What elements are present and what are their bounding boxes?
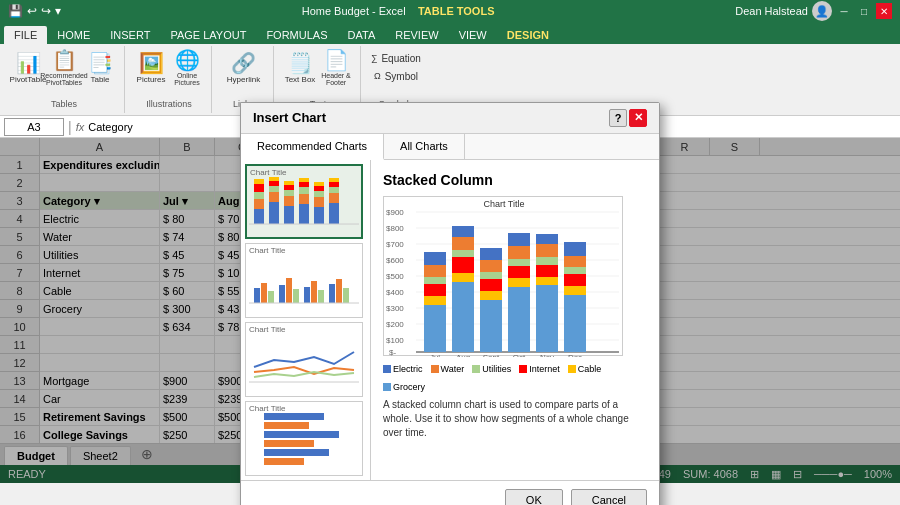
svg-rect-102 — [564, 295, 586, 352]
redo-icon[interactable]: ↪ — [41, 4, 51, 18]
tab-file[interactable]: FILE — [4, 26, 47, 44]
svg-rect-84 — [480, 300, 502, 352]
svg-rect-83 — [452, 226, 474, 237]
chart-preview: $900 $800 $700 $600 $500 $400 $300 $200 … — [383, 196, 623, 356]
header-footer-button[interactable]: 📄 Header & Footer — [320, 50, 352, 86]
svg-rect-37 — [304, 287, 310, 303]
chart-thumb-svg-3 — [249, 332, 359, 387]
tab-home[interactable]: HOME — [47, 26, 100, 44]
svg-rect-85 — [480, 291, 502, 300]
svg-rect-86 — [480, 279, 502, 291]
svg-rect-93 — [508, 259, 530, 266]
dialog-body: Chart Title — [241, 160, 659, 480]
window-close-button[interactable]: ✕ — [876, 3, 892, 19]
tab-design[interactable]: DESIGN — [497, 26, 559, 44]
chart-detail-panel: Stacked Column $900 $800 $700 $600 $500 … — [371, 160, 659, 480]
svg-text:$200: $200 — [386, 320, 404, 329]
svg-rect-98 — [536, 265, 558, 277]
chart-legend: Electric Water Utilities Internet Cable — [383, 364, 647, 392]
svg-rect-34 — [279, 285, 285, 303]
save-icon[interactable]: 💾 — [8, 4, 23, 18]
svg-rect-78 — [452, 282, 474, 352]
tab-view[interactable]: VIEW — [449, 26, 497, 44]
cancel-button[interactable]: Cancel — [571, 489, 647, 506]
legend-water: Water — [431, 364, 465, 374]
tab-review[interactable]: REVIEW — [385, 26, 448, 44]
svg-text:$-: $- — [389, 348, 396, 357]
undo-icon[interactable]: ↩ — [27, 4, 37, 18]
svg-rect-1 — [254, 199, 264, 209]
svg-rect-32 — [261, 283, 267, 303]
chart-type-list: Chart Title — [241, 160, 371, 480]
svg-rect-76 — [424, 265, 446, 277]
svg-rect-40 — [329, 284, 335, 303]
tab-data[interactable]: DATA — [338, 26, 386, 44]
tab-recommended-charts[interactable]: Recommended Charts — [241, 134, 384, 160]
tables-group-label: Tables — [51, 99, 77, 109]
tab-formulas[interactable]: FORMULAS — [256, 26, 337, 44]
symbol-button[interactable]: Ω Symbol — [371, 68, 421, 84]
svg-rect-87 — [480, 272, 502, 279]
dialog-close-button[interactable]: ✕ — [629, 109, 647, 127]
dialog-help-button[interactable]: ? — [609, 109, 627, 127]
svg-text:$900: $900 — [386, 208, 404, 217]
text-icons: 🗒️ Text Box 📄 Header & Footer — [284, 50, 352, 86]
svg-rect-105 — [564, 267, 586, 274]
chart-thumbnail-clustered[interactable]: Chart Title — [245, 243, 363, 318]
dialog-title: Insert Chart — [253, 110, 326, 125]
table-button[interactable]: 📑 Table — [84, 50, 116, 86]
svg-rect-104 — [564, 274, 586, 286]
insert-chart-dialog: Insert Chart ? ✕ Recommended Charts All … — [240, 102, 660, 506]
svg-rect-106 — [564, 256, 586, 267]
text-box-button[interactable]: 🗒️ Text Box — [284, 50, 316, 86]
chart-thumbnail-line[interactable]: Chart Title — [245, 322, 363, 397]
chart-thumbnail-stacked-column[interactable]: Chart Title — [245, 164, 363, 239]
svg-rect-18 — [299, 182, 309, 187]
ribbon-tabs: FILE HOME INSERT PAGE LAYOUT FORMULAS DA… — [0, 22, 900, 44]
svg-rect-31 — [254, 288, 260, 303]
svg-rect-20 — [314, 207, 324, 224]
svg-text:Dec: Dec — [568, 353, 582, 357]
hyperlink-button[interactable]: 🔗 Hyperlink — [228, 50, 260, 86]
svg-rect-13 — [284, 185, 294, 190]
name-box[interactable] — [4, 118, 64, 136]
svg-rect-42 — [343, 288, 349, 303]
maximize-button[interactable]: □ — [856, 3, 872, 19]
svg-rect-97 — [536, 277, 558, 285]
recommended-pivot-tables-button[interactable]: 📋 Recommended PivotTables — [48, 50, 80, 86]
tab-insert[interactable]: INSERT — [100, 26, 160, 44]
svg-rect-23 — [314, 186, 324, 191]
ok-button[interactable]: OK — [505, 489, 563, 506]
svg-text:$700: $700 — [386, 240, 404, 249]
svg-text:Nov: Nov — [540, 353, 554, 357]
equation-button[interactable]: ∑ Equation — [371, 50, 421, 66]
customize-icon[interactable]: ▾ — [55, 4, 61, 18]
minimize-button[interactable]: ─ — [836, 3, 852, 19]
svg-rect-107 — [564, 242, 586, 256]
tab-all-charts[interactable]: All Charts — [384, 134, 465, 159]
svg-rect-79 — [452, 273, 474, 282]
svg-rect-26 — [329, 193, 339, 203]
pivot-table-button[interactable]: 📊 PivotTable — [12, 50, 44, 86]
app-title: Home Budget - Excel TABLE TOOLS — [302, 5, 495, 17]
chart-type-title: Stacked Column — [383, 172, 647, 188]
svg-text:Aug: Aug — [456, 353, 470, 357]
dialog-tabs: Recommended Charts All Charts — [241, 134, 659, 160]
modal-overlay: Insert Chart ? ✕ Recommended Charts All … — [0, 138, 900, 483]
svg-text:Sept: Sept — [483, 353, 500, 357]
svg-rect-2 — [254, 192, 264, 199]
online-pictures-button[interactable]: 🌐 Online Pictures — [171, 50, 203, 86]
svg-rect-46 — [264, 422, 309, 429]
svg-rect-22 — [314, 191, 324, 197]
svg-rect-38 — [311, 281, 317, 303]
svg-text:Chart Title: Chart Title — [483, 199, 524, 209]
svg-rect-95 — [508, 233, 530, 246]
svg-rect-100 — [536, 244, 558, 257]
svg-text:Jul: Jul — [430, 353, 440, 357]
illustrations-icons: 🖼️ Pictures 🌐 Online Pictures — [135, 50, 203, 86]
pictures-button[interactable]: 🖼️ Pictures — [135, 50, 167, 86]
svg-rect-99 — [536, 257, 558, 265]
chart-thumbnail-horizontal[interactable]: Chart Title — [245, 401, 363, 476]
chart-thumb-svg-4 — [249, 408, 359, 468]
tab-page-layout[interactable]: PAGE LAYOUT — [160, 26, 256, 44]
